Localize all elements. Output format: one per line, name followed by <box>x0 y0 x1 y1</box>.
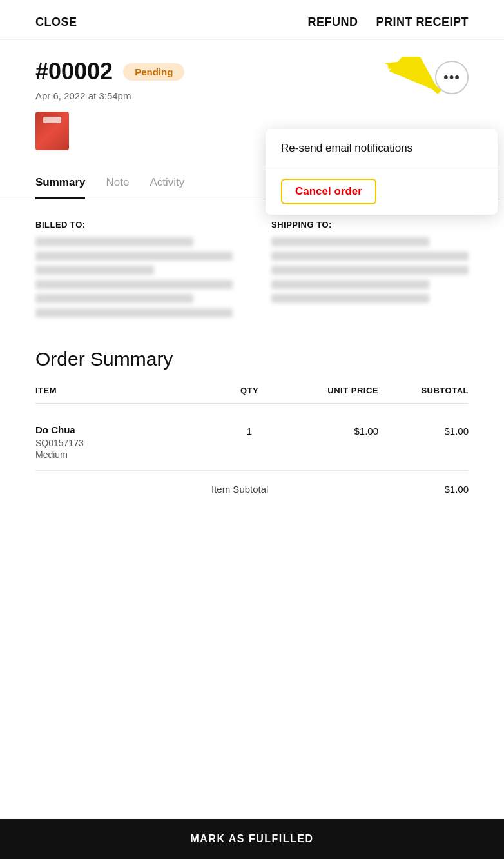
tab-activity[interactable]: Activity <box>150 176 184 199</box>
refund-button[interactable]: REFUND <box>307 15 358 29</box>
order-title-section: #00002 Pending Apr 6, 2022 at 3:54pm <box>35 58 184 150</box>
tab-note[interactable]: Note <box>106 176 129 199</box>
item-subtotal-value: $1.00 <box>444 484 469 495</box>
item-subtotal-label: Item Subtotal <box>211 484 268 495</box>
billed-to-label: BILLED TO: <box>35 220 233 230</box>
billing-name <box>35 237 193 246</box>
subtotal-row: Item Subtotal $1.00 <box>35 471 469 508</box>
nav-right: REFUND PRINT RECEIPT <box>307 15 469 29</box>
billing-address: BILLED TO: <box>35 220 233 322</box>
col-item: ITEM <box>35 386 211 395</box>
tab-summary[interactable]: Summary <box>35 176 85 199</box>
mark-as-fulfilled-button[interactable]: MARK AS FULFILLED <box>0 819 504 859</box>
nav-left: CLOSE <box>35 15 77 29</box>
billing-country <box>35 294 193 303</box>
shipping-city-state <box>271 266 469 275</box>
table-row: Do Chua SQ0157173 Medium 1 $1.00 $1.00 <box>35 414 469 471</box>
order-id: #00002 <box>35 58 113 85</box>
dropdown-menu: Re-send email notifications Cancel order <box>266 129 498 215</box>
col-unit-price: UNIT PRICE <box>288 386 378 395</box>
billing-phone <box>35 308 233 317</box>
shipping-name <box>271 237 429 246</box>
order-id-row: #00002 Pending <box>35 58 184 85</box>
resend-email-item[interactable]: Re-send email notifications <box>266 129 498 168</box>
item-qty: 1 <box>211 424 288 437</box>
item-details: Do Chua SQ0157173 Medium <box>35 424 211 460</box>
order-summary-title: Order Summary <box>35 348 469 370</box>
top-nav: CLOSE REFUND PRINT RECEIPT <box>0 0 504 40</box>
shipping-address: SHIPPING TO: <box>271 220 469 322</box>
item-sku: SQ0157173 <box>35 438 211 448</box>
address-section: BILLED TO: SHIPPING TO: <box>35 220 469 322</box>
order-date: Apr 6, 2022 at 3:54pm <box>35 90 184 101</box>
col-qty: QTY <box>211 386 288 395</box>
shipping-country <box>271 280 429 289</box>
main-content: BILLED TO: SHIPPING TO: Order Summary IT… <box>0 199 504 528</box>
cancel-order-item[interactable]: Cancel order <box>266 168 498 215</box>
shipping-phone <box>271 294 429 303</box>
shipping-address-line1 <box>271 252 469 261</box>
item-subtotal: $1.00 <box>378 424 469 437</box>
shipping-to-label: SHIPPING TO: <box>271 220 469 230</box>
product-thumbnail <box>35 112 69 150</box>
billing-city-state <box>35 280 233 289</box>
more-options-button[interactable]: ••• <box>435 61 469 94</box>
item-name: Do Chua <box>35 424 211 435</box>
close-button[interactable]: CLOSE <box>35 15 77 29</box>
cta-label: MARK AS FULFILLED <box>190 833 313 844</box>
col-subtotal: SUBTOTAL <box>378 386 469 395</box>
billing-address-line2 <box>35 266 154 275</box>
billing-address-line1 <box>35 252 233 261</box>
cancel-order-label: Cancel order <box>281 179 376 204</box>
status-badge: Pending <box>123 63 184 81</box>
item-unit-price: $1.00 <box>288 424 378 437</box>
item-variant: Medium <box>35 449 211 460</box>
print-receipt-button[interactable]: PRINT RECEIPT <box>376 15 469 29</box>
order-table-header: ITEM QTY UNIT PRICE SUBTOTAL <box>35 386 469 404</box>
